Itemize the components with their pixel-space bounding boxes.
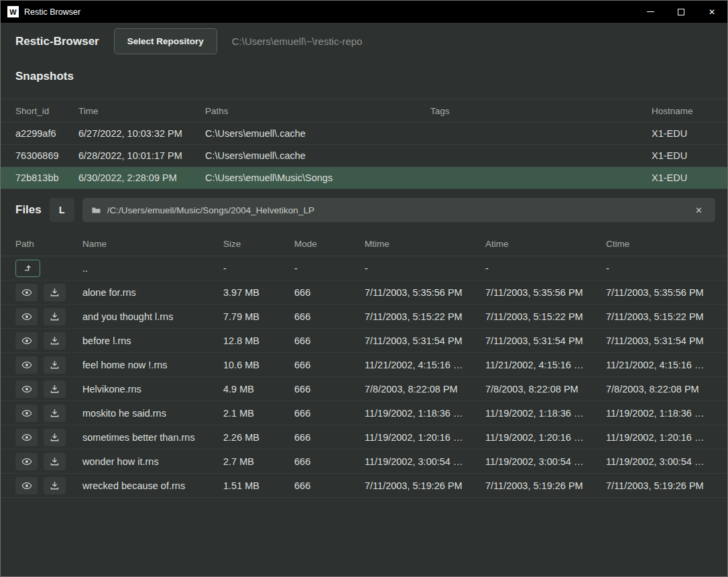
snapshot-row[interactable]: a2299af6 6/27/2022, 10:03:32 PM C:\Users… (1, 123, 727, 145)
file-row: alone for.rns 3.97 MB 666 7/11/2003, 5:3… (1, 280, 727, 305)
app-icon: W (7, 6, 19, 17)
file-row: Helvikone.rns 4.9 MB 666 7/8/2003, 8:22:… (1, 377, 727, 401)
col-time: Time (78, 106, 205, 116)
preview-button[interactable] (15, 429, 38, 446)
arrow-up-icon (23, 263, 33, 273)
file-name: feel home now !.rns (82, 360, 223, 370)
file-atime: 7/11/2003, 5:19:26 PM (485, 480, 606, 491)
eye-icon (21, 335, 32, 346)
preview-button[interactable] (15, 453, 38, 470)
download-button[interactable] (44, 429, 66, 446)
eye-icon (21, 360, 32, 370)
maximize-button[interactable] (666, 1, 696, 23)
file-actions (15, 453, 82, 470)
download-button[interactable] (44, 332, 66, 350)
file-name: and you thought l.rns (82, 311, 223, 322)
file-actions (15, 477, 82, 494)
file-mtime: 7/11/2003, 5:31:54 PM (365, 335, 485, 346)
col-path: Path (15, 239, 82, 249)
snapshot-hostname: X1-EDU (652, 150, 713, 161)
preview-button[interactable] (15, 308, 38, 325)
file-actions (15, 332, 82, 350)
titlebar-left: W Restic Browser (1, 6, 635, 17)
file-name: wonder how it.rns (82, 456, 223, 467)
parent-dir-button[interactable] (15, 260, 40, 277)
eye-icon (21, 287, 32, 298)
col-mode: Mode (294, 239, 365, 249)
file-mode: 666 (294, 311, 365, 322)
download-button[interactable] (44, 356, 66, 374)
file-mode: 666 (294, 480, 365, 491)
minimize-icon (647, 11, 654, 12)
preview-button[interactable] (15, 284, 38, 301)
file-name: alone for.rns (82, 287, 223, 298)
file-name[interactable]: .. (82, 263, 223, 274)
file-atime: - (485, 263, 606, 274)
file-atime: 7/8/2003, 8:22:08 PM (485, 384, 606, 395)
file-mtime: 11/19/2002, 3:00:54 … (365, 456, 485, 467)
preview-button[interactable] (15, 380, 38, 398)
col-tags: Tags (430, 106, 652, 116)
minimize-button[interactable] (635, 1, 666, 23)
snapshot-row-selected[interactable]: 72b813bb 6/30/2022, 2:28:09 PM C:\Users\… (1, 167, 727, 189)
file-size: 12.8 MB (223, 335, 294, 346)
restic-browser-window: W Restic Browser ✕ Restic-Browser Select… (0, 0, 728, 577)
download-button[interactable] (44, 380, 66, 398)
file-atime: 7/11/2003, 5:31:54 PM (485, 335, 606, 346)
select-repository-button[interactable]: Select Repository (114, 28, 217, 54)
download-icon (50, 335, 60, 346)
file-row: feel home now !.rns 10.6 MB 666 11/21/20… (1, 353, 727, 377)
preview-button[interactable] (15, 477, 38, 494)
snapshot-paths: C:\Users\emuell\Music\Songs (205, 172, 430, 183)
file-actions (15, 308, 82, 325)
col-paths: Paths (205, 106, 430, 116)
file-mtime: 7/11/2003, 5:19:26 PM (365, 480, 485, 491)
file-row: before l.rns 12.8 MB 666 7/11/2003, 5:31… (1, 329, 727, 353)
file-atime: 11/19/2002, 1:20:16 … (485, 432, 606, 443)
close-icon: ✕ (695, 205, 703, 215)
clear-path-button[interactable]: ✕ (691, 205, 707, 216)
window-title: Restic Browser (24, 7, 80, 17)
download-icon (50, 360, 60, 370)
snapshot-short-id: 76306869 (15, 150, 78, 161)
file-size: 3.97 MB (223, 287, 294, 298)
snapshot-hostname: X1-EDU (652, 128, 713, 139)
close-button[interactable]: ✕ (696, 1, 727, 23)
preview-button[interactable] (15, 356, 38, 374)
file-mode: 666 (294, 456, 365, 467)
download-icon (50, 287, 60, 297)
file-atime: 7/11/2003, 5:15:22 PM (485, 311, 606, 322)
preview-button[interactable] (15, 405, 38, 422)
download-button[interactable] (44, 453, 66, 470)
drive-button[interactable]: L (50, 198, 74, 222)
download-button[interactable] (44, 477, 66, 494)
download-button[interactable] (44, 405, 66, 422)
download-icon (50, 456, 60, 466)
download-icon (50, 408, 60, 418)
file-ctime: 11/19/2002, 1:20:16 … (606, 432, 713, 443)
file-mtime: 11/19/2002, 1:20:16 … (365, 432, 485, 443)
file-size: 4.9 MB (223, 384, 294, 395)
download-button[interactable] (44, 284, 66, 301)
file-mode: 666 (294, 287, 365, 298)
path-input[interactable]: /C:/Users/emuell/Music/Songs/2004_Helvet… (82, 198, 715, 222)
file-size: 10.6 MB (223, 360, 294, 370)
parent-dir-row: .. - - - - - (1, 256, 727, 280)
file-mode: 666 (294, 408, 365, 419)
file-mtime: 7/11/2003, 5:15:22 PM (365, 311, 485, 322)
snapshot-time: 6/27/2022, 10:03:32 PM (78, 128, 205, 139)
download-button[interactable] (44, 308, 66, 325)
col-hostname: Hostname (652, 106, 713, 116)
file-mtime: 7/11/2003, 5:35:56 PM (365, 287, 485, 298)
file-row: wonder how it.rns 2.7 MB 666 11/19/2002,… (1, 450, 727, 474)
file-actions (15, 380, 82, 398)
file-ctime: 7/11/2003, 5:31:54 PM (606, 335, 713, 346)
snapshot-row[interactable]: 76306869 6/28/2022, 10:01:17 PM C:\Users… (1, 145, 727, 167)
file-ctime: 7/11/2003, 5:35:56 PM (606, 287, 713, 298)
file-mode: 666 (294, 432, 365, 443)
preview-button[interactable] (15, 332, 38, 350)
file-row: sometimes better than.rns 2.26 MB 666 11… (1, 425, 727, 450)
folder-icon (91, 205, 101, 215)
file-mtime: 11/21/2002, 4:15:16 … (365, 360, 485, 370)
eye-icon (21, 456, 32, 467)
